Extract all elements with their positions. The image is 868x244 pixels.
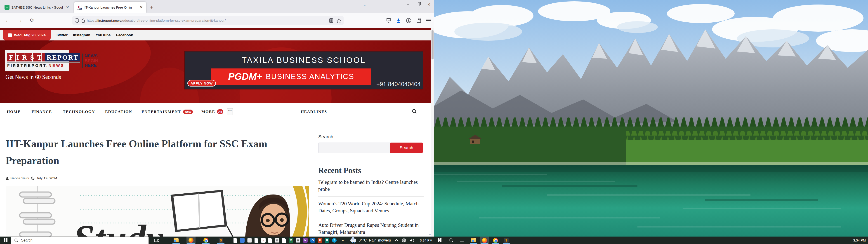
restore-button[interactable] — [413, 0, 424, 9]
document-icon[interactable] — [282, 238, 286, 243]
start-button[interactable] — [434, 237, 445, 244]
back-button[interactable]: ← — [3, 16, 12, 25]
bookmark-star-icon[interactable] — [336, 18, 341, 23]
logo-first: FIRST — [7, 53, 45, 61]
taskbar-clock-right[interactable]: 3:34 PM — [853, 237, 866, 244]
recent-post-link[interactable]: Auto Driver Drugs and Rapes Nursing Stud… — [318, 218, 424, 237]
sidebar: Search Search Recent Posts Telegram to b… — [318, 134, 424, 237]
forward-button[interactable]: → — [16, 16, 24, 25]
ad-apply-now-button[interactable]: APPLY NOW — [187, 80, 216, 87]
page-scrollbar[interactable] — [431, 28, 434, 237]
taskbar-open-apps: ♪ ▤ X ▥ N O P P S — [231, 237, 339, 244]
powerpoint-icon[interactable]: P — [318, 238, 322, 243]
onenote-icon[interactable]: N — [303, 238, 308, 243]
site-tagline: Get News in 60 Seconds — [5, 74, 61, 80]
document-icon[interactable] — [234, 238, 237, 243]
url-text[interactable]: https://firstreport.news/education/free-… — [87, 19, 329, 23]
media-app-icon[interactable]: ♪ — [261, 238, 266, 243]
nav-finance[interactable]: FINANCE — [31, 109, 52, 114]
sidebar-search-input[interactable] — [318, 143, 391, 153]
minimize-button[interactable]: – — [403, 0, 413, 9]
tab-iit-kanpur-active[interactable]: IIT-Kanpur Launches Free Onlin ✕ — [74, 2, 146, 13]
taskbar-chrome[interactable] — [202, 237, 211, 244]
shield-icon[interactable] — [74, 18, 79, 23]
network-globe-icon[interactable] — [402, 238, 406, 243]
scrollbar-thumb[interactable] — [432, 30, 434, 59]
site-search-icon[interactable] — [412, 109, 417, 114]
ad-banner-taxila[interactable]: TAXILA BUSINESS SCHOOL PGDM+ BUSINESS AN… — [184, 51, 423, 89]
taskbar-search-box[interactable]: Search — [11, 237, 149, 244]
page-viewport: Wed, Aug 28, 2024 Twitter Instagram YouT… — [0, 28, 434, 237]
link-youtube[interactable]: YouTube — [96, 33, 111, 37]
taskbar-overflow-chevron[interactable]: » — [339, 237, 346, 244]
outlook-icon[interactable]: O — [310, 238, 315, 243]
ad-program-box: PGDM+ BUSINESS ANALYTICS — [211, 68, 371, 85]
close-button[interactable]: ✕ — [424, 0, 434, 9]
document-icon[interactable] — [254, 238, 258, 243]
reader-view-icon[interactable] — [329, 18, 333, 23]
sidebar-search-button[interactable]: Search — [390, 143, 423, 153]
windows-taskbar: Search S ♪ ▤ X ▥ N O P P S » — [0, 237, 868, 244]
skype-icon[interactable]: S — [332, 238, 337, 243]
taskbar-sublime[interactable]: S — [502, 237, 511, 244]
address-bar[interactable]: https://firstreport.news/education/free-… — [72, 16, 344, 25]
tray-chevron-up-icon[interactable] — [395, 239, 398, 242]
recent-post-link[interactable]: Women’s T20 World Cup 2024: Schedule, Ma… — [318, 196, 424, 218]
taskbar-clock[interactable]: 3:34 PM — [418, 238, 434, 242]
account-icon[interactable] — [406, 18, 411, 23]
taskbar-file-explorer[interactable] — [172, 237, 181, 244]
nav-badge-all: All — [217, 109, 223, 114]
speaker-icon[interactable] — [410, 238, 414, 242]
logo-tld: .NEWS — [46, 63, 65, 68]
taskbar-weather[interactable]: 34°C Rain showers — [348, 237, 394, 244]
tab-close-icon[interactable]: ✕ — [66, 5, 70, 10]
link-instagram[interactable]: Instagram — [73, 33, 90, 37]
taskbar-file-explorer[interactable] — [469, 237, 478, 244]
taskbar-firefox[interactable] — [186, 237, 195, 244]
publisher-icon[interactable]: P — [325, 238, 329, 243]
lock-icon[interactable] — [81, 18, 85, 23]
nav-more[interactable]: MORE — [202, 109, 215, 114]
link-twitter[interactable]: Twitter — [56, 33, 68, 37]
new-tab-button[interactable]: + — [150, 4, 153, 10]
taskbar-search-button[interactable] — [447, 237, 456, 244]
scroll-down-chevron-icon[interactable]: ⌄ — [428, 232, 431, 236]
nav-technology[interactable]: TECHNOLOGY — [63, 109, 95, 114]
taskbar-sublime[interactable]: S — [216, 237, 225, 244]
nav-headlines[interactable]: HEADLINES — [301, 109, 327, 114]
taskbar-chrome[interactable] — [491, 237, 500, 244]
calendar-icon — [8, 33, 12, 37]
author-name[interactable]: Babita Saini — [10, 176, 29, 180]
browser-toolbar: ← → ⟳ https://firstreport.news/education… — [0, 13, 434, 28]
taskbar-search-text: Search — [21, 238, 33, 242]
reload-button[interactable]: ⟳ — [28, 16, 37, 25]
url-path: /education/free-online-platform-for-ssc-… — [121, 19, 225, 22]
recent-post-link[interactable]: Telegram to be banned in India? Centre l… — [318, 175, 424, 196]
start-button[interactable] — [0, 237, 11, 244]
nav-home[interactable]: HOME — [7, 109, 21, 114]
excel-icon[interactable]: X — [289, 238, 293, 243]
nav-entertainment[interactable]: ENTERTAINMENT — [142, 109, 181, 114]
site-logo[interactable]: FIRST REPORT FIRSTREPORT.NEWS NEWS BEGIN… — [5, 50, 69, 71]
sublime-text-icon: S — [504, 238, 508, 243]
ad-program: PGDM+ — [228, 71, 262, 82]
task-view-button[interactable] — [152, 237, 161, 244]
download-icon[interactable] — [396, 18, 401, 23]
tab-title: IIT-Kanpur Launches Free Onlin — [84, 5, 137, 9]
extensions-puzzle-icon[interactable] — [416, 18, 421, 23]
viewer-window-icon[interactable]: ▤ — [275, 238, 279, 243]
link-facebook[interactable]: Facebook — [116, 33, 133, 37]
list-all-tabs-chevron-icon[interactable]: ⌄ — [361, 1, 368, 8]
menu-hamburger-icon[interactable] — [426, 19, 431, 22]
document-icon[interactable] — [268, 238, 272, 243]
remote-window-icon[interactable] — [247, 238, 252, 243]
task-view-button[interactable] — [458, 237, 467, 244]
pocket-extension-icon[interactable] — [386, 18, 391, 23]
nav-education[interactable]: EDUCATION — [105, 109, 132, 114]
window-icon[interactable] — [240, 238, 245, 243]
tab-sathee-ssc[interactable]: SATHEE SSC News Links - Googl ✕ — [2, 3, 72, 12]
taskbar-firefox[interactable] — [480, 237, 489, 244]
reader-window-icon[interactable]: ▥ — [296, 238, 301, 243]
tab-close-icon[interactable]: ✕ — [139, 5, 143, 10]
tab-title: SATHEE SSC News Links - Googl — [11, 5, 64, 9]
